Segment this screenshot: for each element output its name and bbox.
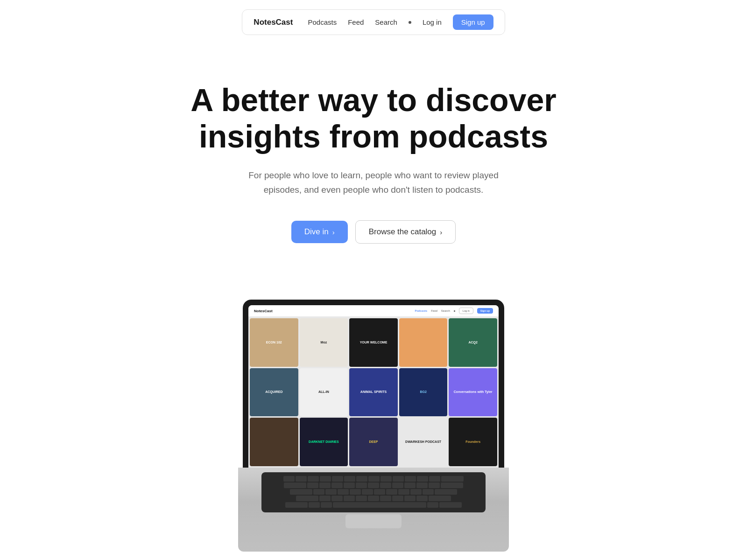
key — [356, 496, 367, 501]
key — [325, 489, 337, 495]
brand-logo: NotesCast — [254, 18, 293, 27]
trackpad — [345, 514, 402, 528]
podcast-card: BG2 — [399, 368, 448, 417]
key-shift-left — [296, 496, 318, 501]
key — [307, 483, 318, 488]
dive-in-chevron-icon: › — [332, 228, 335, 236]
hero-cta-group: Dive in › Browse the catalog › — [291, 220, 456, 244]
key — [344, 483, 355, 488]
podcast-card: YOUR WELCOME — [349, 318, 398, 367]
key — [344, 476, 355, 482]
key — [404, 483, 416, 488]
dive-in-label: Dive in — [304, 227, 329, 237]
hero-subtitle: For people who love to learn, people who… — [247, 168, 500, 197]
podcast-card: ACQ2 — [449, 318, 497, 367]
key — [381, 476, 392, 482]
podcast-card: ACQUIRED — [250, 368, 298, 417]
key — [423, 489, 434, 495]
key — [380, 496, 391, 501]
key — [392, 483, 403, 488]
laptop-nav-brand: NotesCast — [254, 309, 273, 313]
key — [356, 476, 367, 482]
keyboard-row-2 — [265, 483, 482, 488]
keyboard-row-1 — [265, 476, 482, 482]
key — [380, 483, 391, 488]
dive-in-button[interactable]: Dive in › — [291, 221, 348, 243]
laptop-wrapper: NotesCast Podcasts Feed Search Log in Si… — [243, 300, 504, 552]
laptop-nav-links: Podcasts Feed Search Log in Sign up — [415, 308, 493, 314]
key — [319, 496, 331, 501]
key-tab — [284, 483, 306, 488]
key-ctrl-right — [439, 502, 462, 508]
key-caps — [290, 489, 312, 495]
key — [320, 476, 331, 482]
laptop-screen-bezel: NotesCast Podcasts Feed Search Log in Si… — [243, 300, 504, 468]
key-fn — [309, 502, 320, 508]
key — [283, 476, 295, 482]
browse-catalog-label: Browse the catalog — [369, 227, 437, 237]
key — [416, 496, 428, 501]
nav-feed[interactable]: Feed — [348, 18, 364, 26]
hero-title-line2: insights from podcasts — [199, 119, 548, 154]
key — [296, 476, 307, 482]
podcast-card — [399, 318, 448, 367]
key — [368, 476, 380, 482]
podcast-card: ANIMAL SPIRITS — [349, 368, 398, 417]
laptop-nav-login: Log in — [459, 308, 473, 314]
key — [393, 476, 404, 482]
key-backspace — [441, 476, 464, 482]
laptop-nav-signup: Sign up — [477, 308, 493, 314]
keyboard-row-4 — [265, 496, 482, 501]
login-button[interactable]: Log in — [423, 18, 442, 26]
podcast-grid: ECON 102MozYOUR WELCOMEACQ2ACQUIREDALL-I… — [248, 317, 499, 468]
key — [332, 476, 343, 482]
laptop-nav: NotesCast Podcasts Feed Search Log in Si… — [248, 305, 499, 317]
podcast-card: ECON 102 — [250, 318, 298, 367]
key — [374, 489, 385, 495]
key-option — [321, 502, 332, 508]
laptop-nav-search: Search — [441, 309, 450, 312]
key — [404, 496, 416, 501]
key — [405, 476, 416, 482]
key — [350, 489, 361, 495]
key-option-right — [427, 502, 438, 508]
laptop-nav-feed: Feed — [431, 309, 437, 312]
podcast-card: DWARKESH PODCAST — [399, 418, 448, 466]
key — [362, 489, 373, 495]
hero-title-line1: A better way to discover — [190, 82, 557, 118]
podcast-card: DARKNET DIARIES — [300, 418, 348, 466]
podcast-card: DEEP — [349, 418, 398, 466]
laptop-screen: NotesCast Podcasts Feed Search Log in Si… — [248, 305, 499, 468]
nav-separator — [409, 21, 411, 24]
key — [398, 489, 409, 495]
nav-podcasts[interactable]: Podcasts — [308, 18, 337, 26]
key — [368, 496, 379, 501]
key — [410, 489, 422, 495]
podcast-card: Conversations with Tyler — [449, 368, 497, 417]
key-ctrl — [285, 502, 308, 508]
key-return — [435, 489, 457, 495]
laptop-nav-podcasts: Podcasts — [415, 309, 427, 312]
key — [319, 483, 331, 488]
podcast-card: ALL-IN — [300, 368, 348, 417]
hero-section: A better way to discover insights from p… — [0, 44, 747, 272]
keyboard-area — [261, 472, 486, 512]
key — [386, 489, 397, 495]
laptop-base — [238, 468, 509, 552]
hero-title: A better way to discover insights from p… — [190, 82, 557, 154]
key — [313, 489, 324, 495]
key-enter — [441, 483, 463, 488]
laptop-nav-dot — [454, 310, 455, 312]
nav-search[interactable]: Search — [375, 18, 397, 26]
keyboard-row-5 — [265, 502, 482, 508]
key — [344, 496, 355, 501]
key — [308, 476, 319, 482]
podcast-card: Founders — [449, 418, 497, 466]
key-spacebar — [333, 502, 426, 508]
browse-catalog-button[interactable]: Browse the catalog › — [355, 220, 456, 244]
keyboard-row-3 — [265, 489, 482, 495]
signup-button[interactable]: Sign up — [453, 14, 493, 30]
laptop-mockup-section: NotesCast Podcasts Feed Search Log in Si… — [0, 272, 747, 552]
key-shift-right — [429, 496, 451, 501]
navbar-wrapper: NotesCast Podcasts Feed Search Log in Si… — [0, 0, 747, 44]
